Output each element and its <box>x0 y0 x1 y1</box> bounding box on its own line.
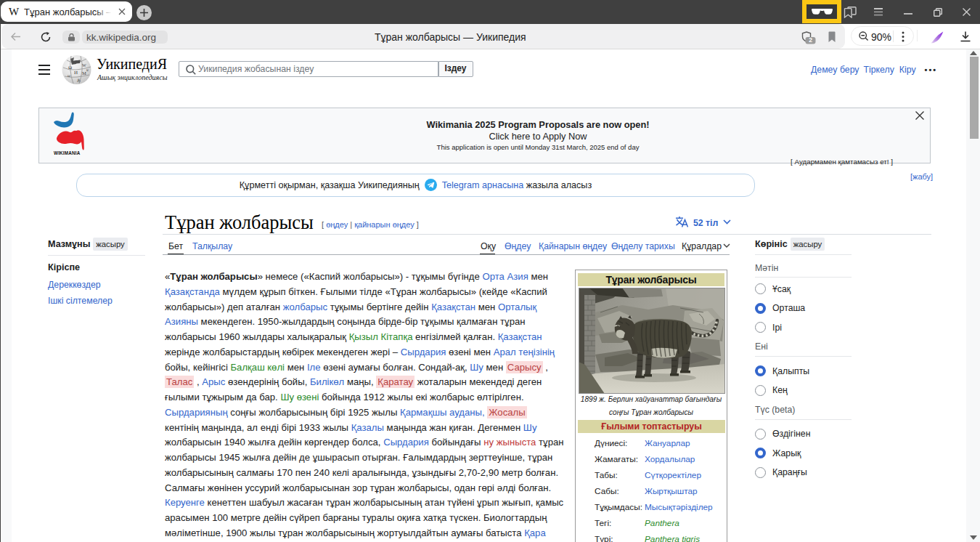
svg-text:И: И <box>74 70 78 76</box>
svg-text:ע: ע <box>86 68 89 72</box>
svg-text:Ω: Ω <box>68 65 72 70</box>
svg-text:2: 2 <box>809 36 812 44</box>
svg-text:W: W <box>82 63 86 68</box>
svg-text:ω: ω <box>68 73 70 78</box>
svg-text:WIKIMANIA: WIKIMANIA <box>54 150 81 155</box>
